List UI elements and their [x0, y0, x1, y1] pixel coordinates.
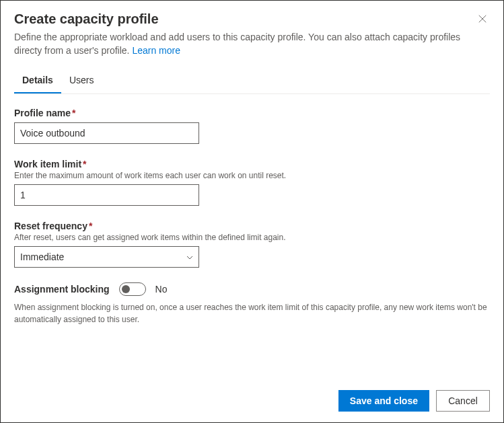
- toggle-thumb: [122, 285, 130, 293]
- learn-more-link[interactable]: Learn more: [132, 45, 180, 56]
- profile-name-label: Profile name*: [14, 108, 490, 118]
- cancel-button[interactable]: Cancel: [436, 390, 490, 412]
- assignment-blocking-row: Assignment blocking No: [14, 282, 490, 296]
- profile-name-input[interactable]: [14, 122, 199, 144]
- description-text: Define the appropriate workload and add …: [14, 32, 460, 56]
- field-reset-frequency: Reset frequency* After reset, users can …: [14, 221, 490, 268]
- reset-frequency-label-text: Reset frequency: [14, 221, 87, 231]
- work-item-limit-label: Work item limit*: [14, 159, 490, 169]
- work-item-limit-label-text: Work item limit: [14, 159, 81, 169]
- close-icon: [478, 14, 487, 24]
- dialog-title: Create capacity profile: [14, 11, 159, 27]
- reset-frequency-help: After reset, users can get assigned work…: [14, 233, 490, 242]
- field-profile-name: Profile name*: [14, 108, 490, 144]
- required-marker: *: [83, 159, 86, 169]
- profile-name-label-text: Profile name: [14, 108, 71, 118]
- reset-frequency-select[interactable]: Immediate: [14, 246, 199, 268]
- save-and-close-button[interactable]: Save and close: [338, 390, 429, 412]
- reset-frequency-select-wrapper: Immediate: [14, 242, 199, 268]
- tabs: Details Users: [14, 68, 490, 94]
- dialog-description: Define the appropriate workload and add …: [14, 31, 490, 57]
- assignment-blocking-state: No: [155, 284, 168, 295]
- dialog-footer: Save and close Cancel: [14, 381, 490, 412]
- reset-frequency-label: Reset frequency*: [14, 221, 490, 231]
- work-item-limit-help: Enter the maximum amount of work items e…: [14, 171, 490, 180]
- dialog-header: Create capacity profile: [14, 11, 490, 28]
- field-assignment-blocking: Assignment blocking No When assignment b…: [14, 282, 490, 325]
- assignment-blocking-help: When assignment blocking is turned on, o…: [14, 301, 490, 325]
- create-capacity-profile-dialog: Create capacity profile Define the appro…: [0, 0, 504, 423]
- close-button[interactable]: [475, 11, 490, 28]
- required-marker: *: [72, 108, 75, 118]
- assignment-blocking-label: Assignment blocking: [14, 284, 110, 295]
- tab-details[interactable]: Details: [14, 68, 61, 93]
- field-work-item-limit: Work item limit* Enter the maximum amoun…: [14, 159, 490, 206]
- tab-users[interactable]: Users: [61, 68, 102, 93]
- assignment-blocking-toggle[interactable]: [119, 282, 146, 296]
- work-item-limit-input[interactable]: [14, 184, 199, 206]
- form-body: Profile name* Work item limit* Enter the…: [14, 108, 490, 381]
- required-marker: *: [89, 221, 92, 231]
